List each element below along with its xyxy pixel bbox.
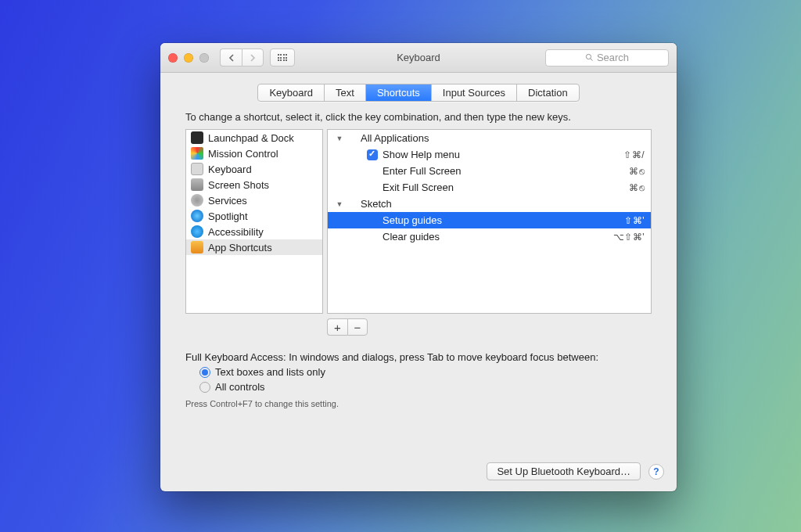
tab-dictation[interactable]: Dictation bbox=[517, 84, 579, 101]
disclosure-triangle-icon[interactable]: ▼ bbox=[336, 200, 343, 208]
shortcut-enter-full-screen[interactable]: Enter Full Screen ⌘⎋ bbox=[328, 163, 651, 179]
show-all-button[interactable] bbox=[270, 49, 295, 66]
remove-button[interactable]: − bbox=[347, 318, 368, 336]
fka-hint: Press Control+F7 to change this setting. bbox=[185, 399, 652, 408]
svg-line-1 bbox=[591, 59, 593, 61]
key-combo[interactable]: ⌘⎋ bbox=[629, 182, 645, 193]
shortcut-clear-guides[interactable]: Clear guides ⌥⇧⌘' bbox=[328, 228, 651, 245]
grid-icon bbox=[278, 54, 288, 61]
tab-text[interactable]: Text bbox=[325, 84, 366, 101]
category-services[interactable]: Services bbox=[186, 192, 322, 208]
app-shortcuts-icon bbox=[191, 241, 203, 253]
category-spotlight[interactable]: Spotlight bbox=[186, 208, 322, 224]
category-app-shortcuts[interactable]: App Shortcuts bbox=[186, 239, 322, 255]
radio-icon[interactable] bbox=[199, 367, 210, 378]
search-placeholder: Search bbox=[597, 52, 629, 63]
instruction-text: To change a shortcut, select it, click t… bbox=[185, 111, 652, 123]
radio-text-boxes[interactable]: Text boxes and lists only bbox=[199, 366, 652, 378]
checkbox[interactable] bbox=[367, 149, 378, 160]
full-keyboard-access: Full Keyboard Access: In windows and dia… bbox=[185, 351, 652, 408]
search-icon bbox=[585, 53, 594, 62]
accessibility-icon bbox=[191, 225, 203, 238]
svg-point-0 bbox=[586, 54, 591, 59]
shortcut-show-help[interactable]: Show Help menu ⇧⌘/ bbox=[328, 146, 651, 163]
chevron-left-icon bbox=[228, 54, 235, 62]
shortcut-exit-full-screen[interactable]: Exit Full Screen ⌘⎋ bbox=[328, 179, 651, 196]
nav-buttons bbox=[220, 49, 264, 66]
forward-button[interactable] bbox=[242, 49, 264, 66]
mission-control-icon bbox=[191, 147, 203, 160]
tabs: Keyboard Text Shortcuts Input Sources Di… bbox=[160, 73, 677, 102]
key-combo[interactable]: ⇧⌘/ bbox=[623, 149, 645, 160]
spotlight-icon bbox=[191, 210, 203, 222]
zoom-icon[interactable] bbox=[199, 53, 209, 63]
disclosure-triangle-icon[interactable]: ▼ bbox=[336, 135, 343, 142]
launchpad-icon bbox=[191, 131, 203, 144]
radio-all-controls[interactable]: All controls bbox=[199, 381, 652, 393]
content-area: To change a shortcut, select it, click t… bbox=[160, 102, 677, 462]
titlebar: Keyboard Search bbox=[160, 43, 677, 73]
chevron-right-icon bbox=[250, 54, 256, 62]
add-remove-buttons: + − bbox=[327, 318, 652, 336]
tab-keyboard[interactable]: Keyboard bbox=[258, 84, 325, 101]
add-button[interactable]: + bbox=[327, 318, 347, 336]
key-combo[interactable]: ⌘⎋ bbox=[629, 166, 645, 177]
screenshots-icon bbox=[191, 178, 203, 191]
category-accessibility[interactable]: Accessibility bbox=[186, 224, 322, 239]
bluetooth-keyboard-button[interactable]: Set Up Bluetooth Keyboard… bbox=[487, 462, 641, 480]
minimize-icon[interactable] bbox=[184, 53, 193, 63]
category-list[interactable]: Launchpad & Dock Mission Control Keyboar… bbox=[185, 129, 323, 314]
key-combo[interactable]: ⌥⇧⌘' bbox=[613, 232, 645, 243]
help-button[interactable]: ? bbox=[648, 464, 664, 480]
shortcut-tree[interactable]: ▼ All Applications Show Help menu ⇧⌘/ En… bbox=[327, 129, 652, 314]
tab-input-sources[interactable]: Input Sources bbox=[432, 84, 517, 101]
category-screen-shots[interactable]: Screen Shots bbox=[186, 177, 322, 192]
window-controls bbox=[168, 53, 209, 63]
key-combo[interactable]: ⇧⌘' bbox=[624, 215, 645, 226]
back-button[interactable] bbox=[220, 49, 242, 66]
group-all-applications[interactable]: ▼ All Applications bbox=[328, 130, 651, 146]
group-sketch[interactable]: ▼ Sketch bbox=[328, 196, 651, 212]
shortcut-setup-guides[interactable]: Setup guides ⇧⌘' bbox=[328, 212, 651, 228]
keyboard-icon bbox=[191, 163, 203, 175]
radio-icon[interactable] bbox=[199, 382, 210, 393]
services-icon bbox=[191, 194, 203, 207]
fka-heading: Full Keyboard Access: In windows and dia… bbox=[185, 351, 652, 363]
category-launchpad[interactable]: Launchpad & Dock bbox=[186, 130, 322, 146]
category-mission-control[interactable]: Mission Control bbox=[186, 146, 322, 161]
preferences-window: Keyboard Search Keyboard Text Shortcuts … bbox=[160, 43, 677, 491]
close-icon[interactable] bbox=[168, 53, 178, 63]
tab-shortcuts[interactable]: Shortcuts bbox=[366, 84, 432, 101]
category-keyboard[interactable]: Keyboard bbox=[186, 161, 322, 177]
footer: Set Up Bluetooth Keyboard… ? bbox=[160, 462, 677, 491]
search-input[interactable]: Search bbox=[545, 49, 669, 66]
